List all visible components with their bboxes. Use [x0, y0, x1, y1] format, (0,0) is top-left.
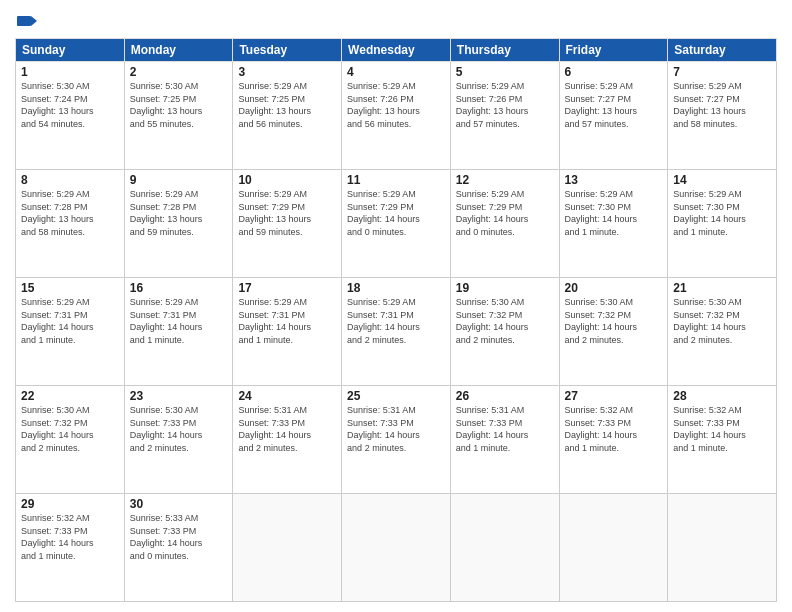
- calendar-day-28: 28Sunrise: 5:32 AM Sunset: 7:33 PM Dayli…: [668, 386, 777, 494]
- calendar-empty: [668, 494, 777, 602]
- calendar-day-30: 30Sunrise: 5:33 AM Sunset: 7:33 PM Dayli…: [124, 494, 233, 602]
- calendar-day-25: 25Sunrise: 5:31 AM Sunset: 7:33 PM Dayli…: [342, 386, 451, 494]
- calendar-day-4: 4Sunrise: 5:29 AM Sunset: 7:26 PM Daylig…: [342, 62, 451, 170]
- weekday-header-saturday: Saturday: [668, 39, 777, 62]
- calendar-day-2: 2Sunrise: 5:30 AM Sunset: 7:25 PM Daylig…: [124, 62, 233, 170]
- weekday-header-monday: Monday: [124, 39, 233, 62]
- calendar-empty: [450, 494, 559, 602]
- weekday-header-friday: Friday: [559, 39, 668, 62]
- calendar-day-15: 15Sunrise: 5:29 AM Sunset: 7:31 PM Dayli…: [16, 278, 125, 386]
- weekday-header-row: SundayMondayTuesdayWednesdayThursdayFrid…: [16, 39, 777, 62]
- calendar-day-29: 29Sunrise: 5:32 AM Sunset: 7:33 PM Dayli…: [16, 494, 125, 602]
- calendar-day-21: 21Sunrise: 5:30 AM Sunset: 7:32 PM Dayli…: [668, 278, 777, 386]
- calendar-day-19: 19Sunrise: 5:30 AM Sunset: 7:32 PM Dayli…: [450, 278, 559, 386]
- calendar-empty: [559, 494, 668, 602]
- calendar-day-1: 1Sunrise: 5:30 AM Sunset: 7:24 PM Daylig…: [16, 62, 125, 170]
- calendar-table: SundayMondayTuesdayWednesdayThursdayFrid…: [15, 38, 777, 602]
- logo-icon: [15, 10, 37, 32]
- calendar-day-20: 20Sunrise: 5:30 AM Sunset: 7:32 PM Dayli…: [559, 278, 668, 386]
- calendar-day-10: 10Sunrise: 5:29 AM Sunset: 7:29 PM Dayli…: [233, 170, 342, 278]
- calendar-empty: [233, 494, 342, 602]
- calendar-empty: [342, 494, 451, 602]
- calendar-day-14: 14Sunrise: 5:29 AM Sunset: 7:30 PM Dayli…: [668, 170, 777, 278]
- calendar-day-6: 6Sunrise: 5:29 AM Sunset: 7:27 PM Daylig…: [559, 62, 668, 170]
- weekday-header-thursday: Thursday: [450, 39, 559, 62]
- calendar-day-26: 26Sunrise: 5:31 AM Sunset: 7:33 PM Dayli…: [450, 386, 559, 494]
- calendar-day-12: 12Sunrise: 5:29 AM Sunset: 7:29 PM Dayli…: [450, 170, 559, 278]
- calendar-day-7: 7Sunrise: 5:29 AM Sunset: 7:27 PM Daylig…: [668, 62, 777, 170]
- calendar-day-24: 24Sunrise: 5:31 AM Sunset: 7:33 PM Dayli…: [233, 386, 342, 494]
- calendar-week-1: 1Sunrise: 5:30 AM Sunset: 7:24 PM Daylig…: [16, 62, 777, 170]
- calendar-day-16: 16Sunrise: 5:29 AM Sunset: 7:31 PM Dayli…: [124, 278, 233, 386]
- calendar-week-3: 15Sunrise: 5:29 AM Sunset: 7:31 PM Dayli…: [16, 278, 777, 386]
- logo: [15, 10, 39, 32]
- calendar-day-22: 22Sunrise: 5:30 AM Sunset: 7:32 PM Dayli…: [16, 386, 125, 494]
- calendar-day-27: 27Sunrise: 5:32 AM Sunset: 7:33 PM Dayli…: [559, 386, 668, 494]
- weekday-header-tuesday: Tuesday: [233, 39, 342, 62]
- calendar-day-18: 18Sunrise: 5:29 AM Sunset: 7:31 PM Dayli…: [342, 278, 451, 386]
- calendar-week-5: 29Sunrise: 5:32 AM Sunset: 7:33 PM Dayli…: [16, 494, 777, 602]
- page: SundayMondayTuesdayWednesdayThursdayFrid…: [0, 0, 792, 612]
- weekday-header-wednesday: Wednesday: [342, 39, 451, 62]
- calendar-day-8: 8Sunrise: 5:29 AM Sunset: 7:28 PM Daylig…: [16, 170, 125, 278]
- svg-marker-1: [31, 16, 37, 26]
- calendar-day-17: 17Sunrise: 5:29 AM Sunset: 7:31 PM Dayli…: [233, 278, 342, 386]
- svg-rect-0: [17, 16, 31, 26]
- calendar-day-11: 11Sunrise: 5:29 AM Sunset: 7:29 PM Dayli…: [342, 170, 451, 278]
- weekday-header-sunday: Sunday: [16, 39, 125, 62]
- calendar-week-2: 8Sunrise: 5:29 AM Sunset: 7:28 PM Daylig…: [16, 170, 777, 278]
- header: [15, 10, 777, 32]
- calendar-day-5: 5Sunrise: 5:29 AM Sunset: 7:26 PM Daylig…: [450, 62, 559, 170]
- calendar-day-9: 9Sunrise: 5:29 AM Sunset: 7:28 PM Daylig…: [124, 170, 233, 278]
- calendar-day-23: 23Sunrise: 5:30 AM Sunset: 7:33 PM Dayli…: [124, 386, 233, 494]
- calendar-day-3: 3Sunrise: 5:29 AM Sunset: 7:25 PM Daylig…: [233, 62, 342, 170]
- calendar-week-4: 22Sunrise: 5:30 AM Sunset: 7:32 PM Dayli…: [16, 386, 777, 494]
- calendar-day-13: 13Sunrise: 5:29 AM Sunset: 7:30 PM Dayli…: [559, 170, 668, 278]
